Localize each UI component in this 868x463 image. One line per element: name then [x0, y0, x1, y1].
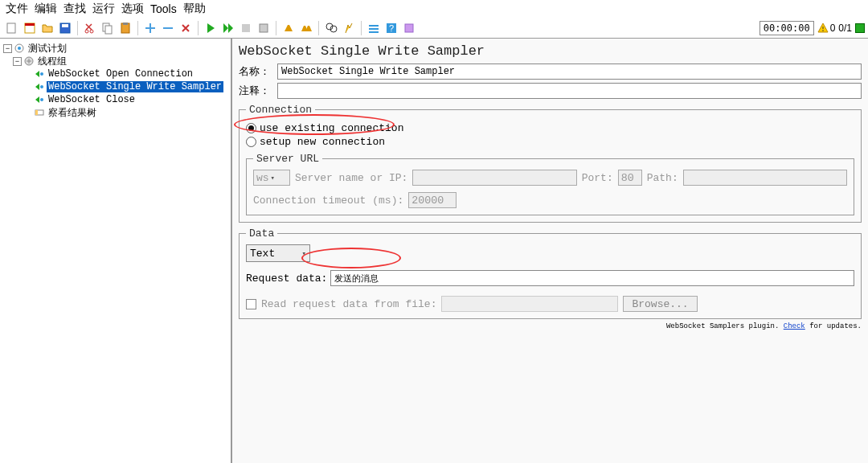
copy-icon[interactable] — [100, 21, 115, 35]
footer-check-link[interactable]: Check — [784, 322, 805, 330]
sampler-icon — [34, 81, 45, 92]
toolbar-sep — [77, 21, 78, 35]
start-icon[interactable] — [203, 21, 218, 35]
tree-label-root[interactable]: 测试计划 — [27, 42, 68, 55]
new-icon[interactable] — [5, 21, 19, 35]
read-file-input — [441, 296, 618, 312]
toggle-icon[interactable] — [178, 21, 193, 35]
port-label: Port: — [582, 172, 613, 184]
svg-point-25 — [40, 72, 43, 76]
svg-rect-10 — [123, 23, 128, 25]
data-type-select[interactable]: Text ▾ — [246, 244, 310, 262]
request-data-input[interactable] — [330, 270, 854, 286]
server-url-legend: Server URL — [253, 153, 322, 165]
elapsed-time: 00:00:00 — [760, 21, 814, 35]
svg-rect-11 — [242, 24, 250, 32]
paste-icon[interactable] — [118, 21, 133, 35]
shutdown-icon[interactable] — [256, 21, 271, 35]
svg-rect-29 — [35, 110, 38, 115]
svg-point-27 — [40, 98, 43, 101]
footer-text-before: WebSocket Samplers plugin. — [666, 322, 784, 330]
data-type-value: Text — [250, 248, 275, 260]
tree-item[interactable]: WebSocket Close — [2, 93, 229, 106]
menu-search[interactable]: 查找 — [61, 2, 88, 16]
tree-toggle-icon[interactable]: − — [3, 44, 12, 53]
reset-search-icon[interactable] — [342, 21, 356, 35]
menu-options[interactable]: 选项 — [119, 2, 146, 16]
read-file-label: Read request data from file: — [261, 298, 436, 310]
warning-icon — [817, 23, 829, 34]
read-file-checkbox[interactable] — [246, 299, 256, 309]
tree-label-1[interactable]: WebSocket Single Write Sampler — [47, 81, 223, 92]
cut-icon[interactable] — [83, 21, 97, 35]
footer-text-after: for updates. — [805, 322, 862, 330]
name-input[interactable] — [277, 64, 862, 80]
test-plan-icon — [14, 43, 25, 54]
threads-ratio: 0/1 — [838, 23, 852, 34]
connection-fieldset: Connection use existing connection setup… — [239, 104, 862, 223]
connection-legend: Connection — [246, 104, 315, 116]
comment-label: 注释： — [239, 84, 277, 98]
content-pane: WebSocket Single Write Sampler 名称： 注释： C… — [232, 39, 868, 463]
radio-checked-icon[interactable] — [246, 123, 256, 133]
start-no-timers-icon[interactable] — [221, 21, 235, 35]
menu-file[interactable]: 文件 — [3, 2, 31, 16]
radio-use-existing[interactable]: use existing connection — [246, 122, 854, 134]
data-legend: Data — [246, 227, 277, 240]
tree-label-3[interactable]: 察看结果树 — [47, 106, 98, 120]
svg-rect-17 — [369, 31, 379, 33]
listener-icon — [34, 107, 45, 118]
warning-counter[interactable]: 0 — [817, 23, 836, 34]
stop-icon[interactable] — [239, 21, 253, 35]
tree-label-0[interactable]: WebSocket Open Connection — [47, 68, 194, 80]
warning-count-value: 0 — [830, 23, 836, 34]
tree-root[interactable]: − 测试计划 — [2, 42, 229, 55]
menu-run[interactable]: 运行 — [90, 2, 117, 16]
expand-icon[interactable] — [143, 21, 158, 35]
tree-label-2[interactable]: WebSocket Close — [47, 94, 137, 105]
timeout-input — [408, 192, 457, 208]
tree-item[interactable]: 察看结果树 — [2, 106, 229, 119]
tree-toggle-icon[interactable]: − — [13, 57, 22, 66]
save-icon[interactable] — [58, 21, 72, 35]
search-icon[interactable] — [324, 21, 338, 35]
name-label: 名称： — [239, 64, 277, 79]
templates-icon[interactable] — [23, 21, 37, 35]
svg-point-23 — [18, 47, 21, 50]
tree-label-group[interactable]: 线程组 — [36, 55, 68, 68]
function-helper-icon[interactable] — [366, 21, 381, 35]
thread-group-icon — [23, 55, 35, 67]
radio-unchecked-icon[interactable] — [246, 137, 256, 147]
toolbar-sep — [318, 21, 319, 35]
clear-icon[interactable] — [281, 21, 296, 35]
svg-point-5 — [85, 30, 88, 33]
menu-tools[interactable]: Tools — [148, 2, 179, 15]
svg-rect-15 — [369, 25, 379, 27]
toolbar: ? 00:00:00 0 0/1 — [0, 18, 868, 39]
panel-title: WebSocket Single Write Sampler — [239, 43, 862, 59]
tree-thread-group[interactable]: − 线程组 — [2, 55, 229, 68]
path-input — [683, 170, 847, 186]
data-fieldset: Data Text ▾ Request data: Read request d… — [239, 227, 862, 319]
radio-use-existing-label: use existing connection — [260, 122, 403, 134]
sampler-icon — [34, 94, 45, 105]
clear-all-icon[interactable] — [299, 21, 313, 35]
svg-text:?: ? — [389, 23, 394, 33]
plugin-icon[interactable] — [402, 21, 416, 35]
svg-rect-4 — [62, 24, 68, 27]
menu-help[interactable]: 帮助 — [181, 2, 208, 16]
comment-input[interactable] — [277, 83, 862, 99]
help-icon[interactable]: ? — [384, 21, 399, 35]
protocol-select: ws ▾ — [253, 170, 290, 186]
request-data-label: Request data: — [246, 272, 327, 285]
radio-setup-new[interactable]: setup new connection — [246, 136, 854, 148]
menu-edit[interactable]: 编辑 — [32, 2, 59, 16]
tree-pane[interactable]: − 测试计划 − 线程组 WebSocket Open Connection W… — [0, 39, 232, 463]
open-icon[interactable] — [40, 21, 55, 35]
toolbar-sep — [276, 21, 276, 35]
collapse-icon[interactable] — [161, 21, 175, 35]
chevron-down-icon: ▾ — [302, 249, 306, 258]
radio-setup-new-label: setup new connection — [260, 136, 385, 148]
tree-item[interactable]: WebSocket Open Connection — [2, 68, 229, 80]
tree-item-selected[interactable]: WebSocket Single Write Sampler — [2, 80, 229, 93]
